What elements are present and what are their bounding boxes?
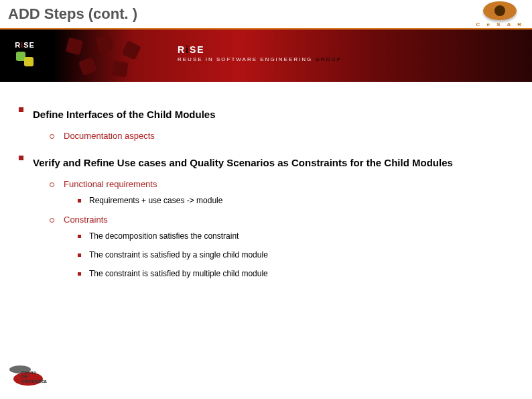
square-bullet-icon xyxy=(19,156,23,160)
centro-informatica-logo: CentroDE Informática xyxy=(9,365,48,392)
square-bullet-icon xyxy=(19,107,23,112)
cesar-logo: C e S A R xyxy=(476,1,524,27)
bullet-text: The constraint is satisfied by multiple … xyxy=(89,269,268,278)
bullet-text: Verify and Refine Use cases and Quality … xyxy=(33,152,453,174)
bullet-lvl1: Verify and Refine Use cases and Quality … xyxy=(19,152,513,278)
bullet-lvl3: The constraint is satisfied by multiple … xyxy=(78,269,513,278)
banner-decoration xyxy=(60,35,168,76)
banner-caption-rise: RiSE xyxy=(178,44,342,55)
rise-banner: RiSE RiSE REUSE IN SOFTWARE ENGINEERING … xyxy=(0,30,532,82)
bullet-lvl3: Requirements + use cases -> module xyxy=(78,196,513,205)
slide-content: Define Interfaces of the Child Modules D… xyxy=(0,82,532,278)
bullet-text: Define Interfaces of the Child Modules xyxy=(33,103,216,125)
bullet-text: Documentation aspects xyxy=(64,131,155,141)
bullet-text: Requirements + use cases -> module xyxy=(89,196,222,205)
rise-logo-text: RiSE xyxy=(15,41,35,49)
bullet-lvl1: Define Interfaces of the Child Modules D… xyxy=(19,103,513,141)
banner-caption-subtitle: REUSE IN SOFTWARE ENGINEERING GROUP xyxy=(178,56,342,62)
bullet-lvl2: Constraints The decomposition satisfies … xyxy=(50,215,513,278)
rise-logo-box: RiSE xyxy=(5,35,44,74)
cesar-logo-text: C e S A R xyxy=(476,21,524,27)
bullet-lvl3: The decomposition satisfies the constrai… xyxy=(78,231,513,241)
square-bullet-icon xyxy=(78,253,81,257)
footer-logo-text: CentroDE Informática xyxy=(21,371,48,384)
slide-title: ADD Steps (cont. ) xyxy=(8,5,137,23)
banner-caption: RiSE REUSE IN SOFTWARE ENGINEERING GROUP xyxy=(178,44,342,62)
square-bullet-icon xyxy=(78,235,81,238)
bullet-text: Constraints xyxy=(64,215,108,225)
bullet-text: The decomposition satisfies the constrai… xyxy=(89,231,239,241)
slide-header: ADD Steps (cont. ) C e S A R xyxy=(0,0,532,30)
cesar-logo-icon xyxy=(483,1,517,20)
circle-bullet-icon xyxy=(50,182,54,187)
circle-bullet-icon xyxy=(50,134,54,139)
square-bullet-icon xyxy=(78,272,81,276)
square-bullet-icon xyxy=(78,199,81,203)
circle-bullet-icon xyxy=(50,218,54,223)
puzzle-icon xyxy=(15,50,35,68)
bullet-text: Functional requirements xyxy=(64,179,157,189)
bullet-text: The constraint is satisfied by a single … xyxy=(89,250,268,260)
bullet-lvl2: Functional requirements Requirements + u… xyxy=(50,179,513,205)
bullet-lvl3: The constraint is satisfied by a single … xyxy=(78,250,513,260)
bullet-lvl2: Documentation aspects xyxy=(50,131,513,141)
